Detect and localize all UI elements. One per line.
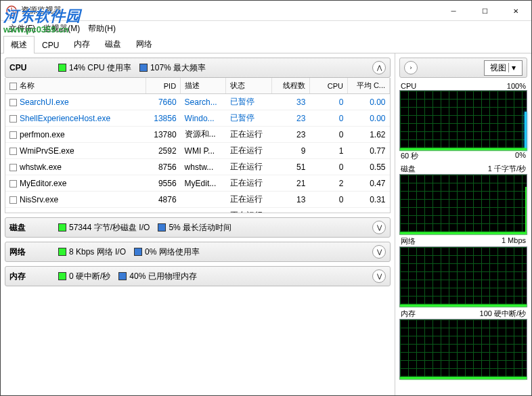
chart-内存 xyxy=(399,319,527,380)
close-button[interactable]: ✕ xyxy=(500,1,531,21)
net-io-swatch xyxy=(58,248,66,256)
cpu-section-title: CPU xyxy=(9,63,50,72)
memory-section-header[interactable]: 内存 0 硬中断/秒 40% 已用物理内存 ⋁ xyxy=(5,266,391,286)
titlebar: 资源监视器 ─ ☐ ✕ xyxy=(1,1,531,21)
table-row[interactable]: perfmon.exe13780资源和...正在运行2301.62 xyxy=(5,127,390,143)
minimize-button[interactable]: ─ xyxy=(438,1,469,21)
disk-time-text: 5% 最长活动时间 xyxy=(169,222,231,234)
menu-file[interactable]: 文件(F) xyxy=(6,22,38,36)
row-checkbox[interactable] xyxy=(9,213,17,213)
expand-icon[interactable]: ⋁ xyxy=(372,221,386,234)
cpu-usage-text: 14% CPU 使用率 xyxy=(69,62,131,74)
table-row[interactable]: svchost.exe (LocalServiceN...1580Windo..… xyxy=(5,208,390,214)
cpu-table: 名称 PID 描述 状态 线程数 CPU 平均 C... SearchUI.ex… xyxy=(5,78,391,213)
cpu-freq-text: 107% 最大频率 xyxy=(150,62,206,74)
chart-title: CPU xyxy=(401,82,416,90)
row-checkbox[interactable] xyxy=(9,131,17,139)
row-checkbox[interactable] xyxy=(9,99,17,106)
table-row[interactable]: WmiPrvSE.exe2592WMI P...正在运行910.77 xyxy=(5,143,390,159)
mem-fault-text: 0 硬中断/秒 xyxy=(69,271,110,282)
col-desc[interactable]: 描述 xyxy=(181,78,226,94)
row-checkbox[interactable] xyxy=(9,115,17,123)
row-checkbox[interactable] xyxy=(9,180,17,188)
col-pid[interactable]: PID xyxy=(146,78,181,94)
tab-cpu[interactable]: CPU xyxy=(35,37,66,53)
left-pane: CPU 14% CPU 使用率 107% 最大频率 ⋀ 名称 PID 描述 状态… xyxy=(1,53,395,395)
mem-use-swatch xyxy=(118,272,127,280)
table-row[interactable]: MyEditor.exe9556MyEdit...正在运行2120.47 xyxy=(5,175,390,192)
mem-fault-swatch xyxy=(58,272,66,280)
network-section-header[interactable]: 网络 8 Kbps 网络 I/O 0% 网络使用率 ⋁ xyxy=(5,242,391,262)
collapse-right-icon[interactable]: › xyxy=(404,61,418,74)
disk-io-text: 57344 字节/秒磁盘 I/O xyxy=(69,222,150,234)
network-section-title: 网络 xyxy=(9,246,50,258)
chart-max: 1 千字节/秒 xyxy=(488,164,526,174)
table-row[interactable]: NisSrv.exe4876正在运行1300.31 xyxy=(5,192,390,208)
disk-section-header[interactable]: 磁盘 57344 字节/秒磁盘 I/O 5% 最长活动时间 ⋁ xyxy=(5,217,391,238)
row-checkbox[interactable] xyxy=(9,196,17,204)
col-cpu[interactable]: CPU xyxy=(309,78,347,94)
chart-cpu xyxy=(399,90,527,151)
net-use-text: 0% 网络使用率 xyxy=(145,246,200,258)
col-avg[interactable]: 平均 C... xyxy=(348,78,390,94)
chart-title: 网络 xyxy=(401,236,416,246)
menu-monitor[interactable]: 监视器(M) xyxy=(41,22,83,36)
expand-icon[interactable]: ⋁ xyxy=(372,269,386,283)
chart-max: 100 硬中断/秒 xyxy=(480,309,526,319)
col-name[interactable]: 名称 xyxy=(20,81,35,89)
col-status[interactable]: 状态 xyxy=(226,78,271,94)
col-threads[interactable]: 线程数 xyxy=(271,78,309,94)
chart-max: 100% xyxy=(507,82,526,90)
net-io-text: 8 Kbps 网络 I/O xyxy=(69,246,126,258)
window-title: 资源监视器 xyxy=(21,5,62,16)
tab-network[interactable]: 网络 xyxy=(129,35,160,53)
app-icon xyxy=(6,5,17,16)
disk-io-swatch xyxy=(58,223,66,232)
disk-section-title: 磁盘 xyxy=(9,222,50,234)
select-all-checkbox[interactable] xyxy=(9,83,17,90)
table-row[interactable]: whstwk.exe8756whstw...正在运行5100.55 xyxy=(5,159,390,175)
memory-section-title: 内存 xyxy=(9,271,50,282)
right-pane-header: › 视图▾ xyxy=(399,58,527,78)
row-checkbox[interactable] xyxy=(9,148,17,155)
chart-max: 1 Mbps xyxy=(502,236,526,246)
mem-use-text: 40% 已用物理内存 xyxy=(129,271,196,282)
table-row[interactable]: SearchUI.exe7660Search...已暂停3300.00 xyxy=(5,94,390,110)
tab-disk[interactable]: 磁盘 xyxy=(97,35,129,53)
view-button[interactable]: 视图▾ xyxy=(484,60,523,76)
dropdown-icon: ▾ xyxy=(508,63,516,72)
chart-title: 磁盘 xyxy=(401,164,416,174)
disk-time-swatch xyxy=(158,223,166,232)
expand-icon[interactable]: ⋁ xyxy=(372,245,386,259)
menubar: 文件(F) 监视器(M) 帮助(H) xyxy=(1,21,531,36)
right-pane: › 视图▾ CPU100%60 秒0%磁盘1 千字节/秒网络1 Mbps内存10… xyxy=(395,53,531,395)
cpu-section-header[interactable]: CPU 14% CPU 使用率 107% 最大频率 ⋀ xyxy=(5,58,391,78)
row-checkbox[interactable] xyxy=(9,164,17,171)
chart-网络 xyxy=(399,246,527,307)
table-row[interactable]: ShellExperienceHost.exe13856Windo...已暂停2… xyxy=(5,110,390,127)
cpu-usage-swatch xyxy=(58,64,66,72)
tabbar: 概述 CPU 内存 磁盘 网络 xyxy=(1,36,531,53)
net-use-swatch xyxy=(134,248,142,256)
tab-memory[interactable]: 内存 xyxy=(66,35,97,53)
tab-overview[interactable]: 概述 xyxy=(3,36,35,53)
maximize-button[interactable]: ☐ xyxy=(469,1,500,21)
cpu-freq-swatch xyxy=(139,64,148,72)
collapse-icon[interactable]: ⋀ xyxy=(372,61,386,74)
chart-磁盘 xyxy=(399,174,527,235)
menu-help[interactable]: 帮助(H) xyxy=(85,22,118,36)
chart-title: 内存 xyxy=(401,309,416,319)
